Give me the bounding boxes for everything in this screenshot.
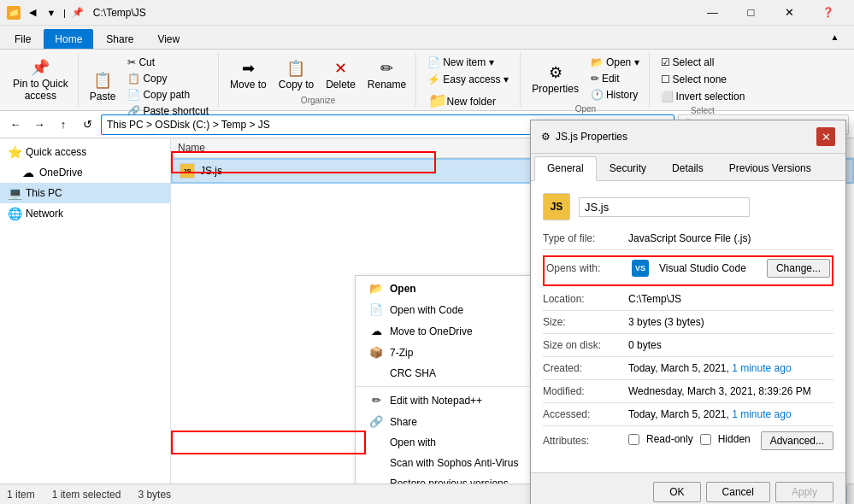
advanced-btn[interactable]: Advanced... (761, 431, 833, 450)
apply-btn[interactable]: Apply (775, 482, 833, 502)
window-controls: — □ ✕ ❓ (693, 0, 847, 26)
accessed-value: Today, March 5, 2021, 1 minute ago (628, 408, 833, 420)
back-btn[interactable]: ← (5, 114, 26, 135)
select-none-icon: ☐ (661, 73, 670, 85)
change-btn[interactable]: Change... (767, 259, 830, 278)
new-folder-btn[interactable]: 📁 New folder (423, 89, 500, 114)
tab-share[interactable]: Share (95, 29, 144, 49)
new-item-btn[interactable]: 📄 New item ▾ (423, 55, 498, 70)
dialog-tab-general[interactable]: General (534, 156, 597, 181)
select-all-icon: ☑ (661, 56, 670, 68)
properties-outline (171, 431, 366, 454)
network-icon: 🌐 (7, 207, 22, 220)
dialog-tab-security[interactable]: Security (597, 156, 659, 180)
status-item-count: 1 item (7, 489, 35, 501)
hidden-label: Hidden (718, 433, 751, 445)
select-all-btn[interactable]: ☑ Select all (657, 55, 719, 70)
ctx-7zip[interactable]: 📦 7-Zip ► (356, 342, 551, 363)
rename-btn[interactable]: ✏ Rename (363, 56, 410, 93)
refresh-btn[interactable]: ↺ (77, 114, 97, 135)
open-btn[interactable]: 📂 Open ▾ (586, 55, 644, 70)
ctx-openwith-label: Open with (390, 437, 436, 448)
toolbar-back-btn[interactable]: ◀ (24, 4, 41, 21)
dialog-title-label: JS.js Properties (556, 131, 627, 143)
ctx-share[interactable]: 🔗 Share (356, 411, 551, 432)
minimize-btn[interactable]: — (693, 0, 732, 26)
close-btn[interactable]: ✕ (770, 0, 809, 26)
ctx-share-label: Share (390, 416, 417, 428)
up-btn[interactable]: ↑ (53, 114, 74, 135)
open-label: Open (527, 104, 643, 114)
ribbon-collapse-btn[interactable]: ▲ (816, 25, 854, 49)
ctx-move-onedrive[interactable]: ☁ Move to OneDrive (356, 320, 551, 342)
new-item-icon: 📄 (427, 56, 440, 68)
opens-with-label: Opens with: (546, 262, 632, 274)
copy-btn[interactable]: 📋 Copy (123, 71, 213, 86)
ctx-notepad-label: Edit with Notepad++ (390, 395, 482, 407)
organize-label: Organize (226, 96, 410, 105)
history-btn[interactable]: 🕐 History (586, 87, 644, 103)
file-name-jsjs: JS JS.js (180, 163, 589, 179)
col-header-name[interactable]: Name (178, 142, 591, 154)
help-btn[interactable]: ❓ (809, 0, 847, 26)
open-stacked: 📂 Open ▾ ✏ Edit 🕐 History (586, 55, 644, 103)
title-bar: 📁 ◀ ▼ | 📌 C:\Temp\JS — □ ✕ ❓ (0, 0, 854, 26)
dialog-tab-details[interactable]: Details (659, 156, 716, 180)
readonly-checkbox-row[interactable]: Read-only (628, 433, 693, 445)
invert-selection-btn[interactable]: ⬜ Invert selection (657, 89, 750, 104)
easy-access-btn[interactable]: ⚡ Easy access ▾ (423, 72, 513, 87)
dialog-row-opens-with: Opens with: VS Visual Studio Code Change… (546, 259, 830, 283)
ctx-share-icon: 🔗 (369, 415, 383, 428)
cancel-btn[interactable]: Cancel (706, 482, 770, 502)
ctx-open-with-code[interactable]: 📄 Open with Code (356, 299, 551, 320)
open-group: ⚙ Properties 📂 Open ▾ ✏ Edit 🕐 History O… (522, 53, 649, 107)
ribbon-tabs: File Home Share View ▲ (0, 26, 854, 50)
copy-path-btn[interactable]: 📄 Copy path (123, 87, 213, 103)
paste-btn[interactable]: 📋 Paste (85, 68, 121, 105)
ctx-open-with[interactable]: Open with ► (356, 432, 551, 453)
ok-btn[interactable]: OK (653, 482, 700, 502)
ctx-scan[interactable]: Scan with Sophos Anti-Virus (356, 453, 551, 473)
move-to-btn[interactable]: ➡ Move to (226, 56, 271, 93)
pin-to-quick-access-btn[interactable]: 📌 Pin to Quickaccess (9, 56, 73, 104)
file-label-jsjs: JS.js (200, 165, 222, 177)
delete-icon: ✕ (334, 59, 347, 78)
copy-to-btn[interactable]: 📋 Copy to (274, 56, 318, 93)
readonly-label: Read-only (646, 433, 693, 445)
ctx-edit-notepad[interactable]: ✏ Edit with Notepad++ (356, 390, 551, 411)
move-to-icon: ➡ (242, 59, 255, 78)
sidebar-item-quick-access[interactable]: ⭐ Quick access (0, 142, 170, 162)
edit-btn[interactable]: ✏ Edit (586, 71, 644, 86)
hidden-checkbox[interactable] (700, 434, 711, 445)
sidebar-item-network[interactable]: 🌐 Network (0, 203, 170, 224)
dialog-file-header: JS (543, 193, 833, 220)
tab-view[interactable]: View (146, 29, 191, 49)
location-label: Location: (543, 293, 628, 305)
properties-btn[interactable]: ⚙ Properties (527, 61, 583, 97)
sidebar-item-onedrive[interactable]: ☁ OneDrive (0, 162, 170, 183)
cut-btn[interactable]: ✂ Cut (123, 55, 213, 70)
invert-icon: ⬜ (661, 91, 674, 103)
ctx-restore-versions[interactable]: Restore previous versions (356, 473, 551, 483)
dialog-tab-previous-versions[interactable]: Previous Versions (716, 156, 824, 180)
delete-btn[interactable]: ✕ Delete (321, 56, 360, 93)
sidebar-item-this-pc[interactable]: 💻 This PC (0, 183, 170, 203)
forward-btn[interactable]: → (29, 114, 50, 135)
pin-btn[interactable]: 📌 (69, 4, 86, 21)
tab-file[interactable]: File (3, 29, 42, 49)
readonly-checkbox[interactable] (628, 434, 639, 445)
ctx-crc-sha[interactable]: CRC SHA ► (356, 363, 551, 384)
tab-home[interactable]: Home (44, 29, 93, 49)
toolbar-forward-btn[interactable]: ▼ (43, 4, 60, 21)
attributes-label: Attributes: (543, 435, 628, 447)
sidebar-item-label-this-pc: This PC (26, 187, 62, 199)
dialog-filename-input[interactable] (579, 197, 750, 217)
address-path-text: This PC > OSDisk (C:) > Temp > JS (107, 119, 270, 131)
ctx-open[interactable]: 📂 Open (356, 278, 551, 299)
hidden-checkbox-row[interactable]: Hidden (700, 433, 751, 445)
select-none-btn[interactable]: ☐ Select none (657, 72, 731, 87)
dialog-row-location: Location: C:\Temp\JS (543, 293, 833, 311)
maximize-btn[interactable]: □ (732, 0, 770, 26)
dialog-close-btn[interactable]: ✕ (816, 127, 835, 146)
cut-icon: ✂ (127, 56, 136, 68)
